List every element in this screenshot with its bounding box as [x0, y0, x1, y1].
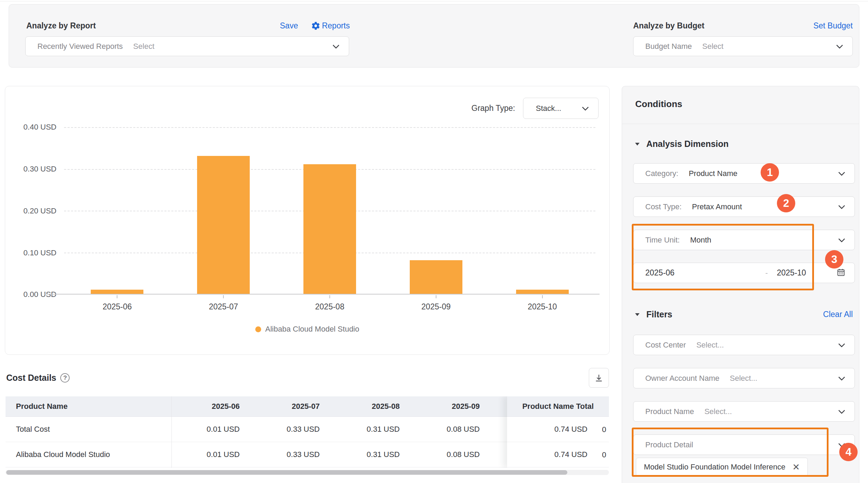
x-axis-label: 2025-07	[185, 302, 262, 311]
x-axis-label: 2025-09	[398, 302, 474, 311]
clipped-next-column-value: 0	[602, 442, 609, 467]
reports-link[interactable]: Reports	[311, 21, 350, 30]
question-circle-icon[interactable]: ?	[60, 373, 70, 383]
cost-details-title: Cost Details	[6, 373, 56, 383]
save-link[interactable]: Save	[280, 21, 298, 30]
bar-2025-07	[197, 156, 250, 294]
total-cell: 0.74 USD	[507, 417, 609, 442]
analysis-dimension-section-header[interactable]: Analysis Dimension	[635, 139, 729, 149]
annotation-badge-4: 4	[839, 443, 858, 461]
x-axis-tick	[223, 295, 224, 298]
caret-down-icon	[635, 313, 640, 316]
date-range-picker[interactable]: 2025-06 - 2025-10	[633, 263, 855, 283]
chevron-down-icon	[838, 236, 845, 243]
chevron-down-icon	[838, 202, 845, 209]
chevron-down-icon	[838, 341, 845, 348]
chevron-down-icon	[582, 104, 589, 111]
chevron-down-icon	[333, 42, 339, 49]
calendar-icon	[836, 268, 845, 278]
x-axis-label: 2025-06	[79, 302, 155, 311]
clear-all-link[interactable]: Clear All	[823, 310, 853, 319]
product-name-filter-select[interactable]: Product Name Select...	[633, 401, 855, 422]
x-axis-label: 2025-08	[292, 302, 368, 311]
x-axis-label: 2025-10	[504, 302, 581, 311]
annotation-badge-1: 1	[761, 163, 779, 182]
conditions-sidebar: Conditions Analysis Dimension Category: …	[622, 86, 859, 483]
page-top-divider	[0, 1, 868, 1]
bar-2025-06	[91, 290, 143, 294]
analyze-by-report-title: Analyze by Report	[26, 21, 96, 30]
analyze-header-panel: Analyze by Report Save Reports Recently …	[9, 4, 859, 68]
graph-type-label: Graph Type:	[471, 104, 515, 113]
y-axis-tick: 0.00 USD	[12, 290, 56, 299]
graph-type-select[interactable]: Stack...	[523, 98, 599, 119]
cost-trend-chart-card: Graph Type: Stack... 0.40 USD 0.30 USD 0…	[5, 86, 610, 355]
conditions-title: Conditions	[635, 99, 682, 109]
pinned-total-column: Product Name Total 0.74 USD 0.74 USD	[507, 396, 609, 468]
total-cell: 0.74 USD	[507, 442, 609, 467]
filters-section-header[interactable]: Filters	[635, 309, 847, 319]
annotation-badge-3: 3	[825, 250, 843, 269]
scrollbar-thumb[interactable]	[6, 470, 567, 475]
chevron-down-icon	[836, 42, 843, 49]
chevron-down-icon	[838, 407, 845, 414]
time-unit-select[interactable]: Time Unit: Month	[633, 230, 855, 250]
bar-2025-08	[303, 164, 356, 294]
column-header-product-name-total: Product Name Total	[507, 396, 609, 417]
y-axis-tick: 0.10 USD	[12, 248, 56, 257]
column-header-2025-08: 2025-08	[331, 396, 411, 416]
divider	[622, 124, 859, 124]
download-icon	[594, 374, 603, 383]
x-axis-tick	[329, 295, 330, 298]
cost-details-table: Product Name 2025-06 2025-07 2025-08 202…	[6, 396, 609, 468]
owner-account-name-filter-select[interactable]: Owner Account Name Select...	[633, 368, 855, 388]
date-range-start[interactable]: 2025-06	[645, 268, 674, 278]
x-axis-tick	[542, 295, 543, 298]
budget-name-select[interactable]: Budget Name Select	[633, 36, 853, 56]
column-header-2025-07: 2025-07	[251, 396, 331, 416]
date-range-separator: -	[765, 269, 768, 278]
chevron-down-icon	[838, 169, 845, 176]
clipped-next-column-value: 0	[602, 417, 609, 442]
cost-type-select[interactable]: Cost Type: Pretax Amount	[633, 196, 855, 217]
set-budget-link[interactable]: Set Budget	[813, 21, 853, 30]
x-axis-line	[44, 294, 600, 295]
bar-2025-09	[410, 260, 462, 294]
x-axis-tick	[117, 295, 117, 298]
column-header-product-name: Product Name	[6, 396, 171, 416]
date-range-end[interactable]: 2025-10	[777, 268, 806, 278]
product-detail-filter-select[interactable]: Product Detail	[633, 434, 855, 455]
dot-icon	[255, 326, 261, 332]
column-header-2025-09: 2025-09	[411, 396, 491, 416]
column-header-2025-06: 2025-06	[171, 396, 251, 416]
horizontal-scrollbar[interactable]	[6, 470, 609, 475]
column-divider	[171, 396, 172, 468]
legend-item-alibaba-cloud-model-studio[interactable]: Alibaba Cloud Model Studio	[5, 325, 609, 334]
caret-down-icon	[635, 143, 640, 146]
analyze-by-budget-title: Analyze by Budget	[633, 21, 705, 30]
close-icon[interactable]: ✕	[792, 463, 800, 472]
annotation-badge-2: 2	[777, 194, 795, 212]
x-axis-tick	[436, 295, 436, 298]
category-select[interactable]: Category: Product Name	[633, 163, 855, 184]
y-axis-tick: 0.40 USD	[12, 123, 56, 132]
cost-center-filter-select[interactable]: Cost Center Select...	[633, 335, 855, 355]
product-detail-filter-tag: Model Studio Foundation Model Inference …	[636, 458, 808, 476]
download-button[interactable]	[589, 368, 609, 388]
bar-chart-plot-area: 2025-06 2025-07 2025-08 2025-09 2025-10	[64, 127, 595, 295]
y-axis-tick: 0.30 USD	[12, 165, 56, 174]
y-axis-tick: 0.20 USD	[12, 207, 56, 216]
gear-icon	[311, 21, 320, 30]
gridline	[64, 127, 595, 128]
bar-2025-10	[516, 290, 569, 294]
chevron-down-icon	[838, 374, 845, 381]
recently-viewed-reports-select[interactable]: Recently Viewed Reports Select	[25, 36, 349, 56]
